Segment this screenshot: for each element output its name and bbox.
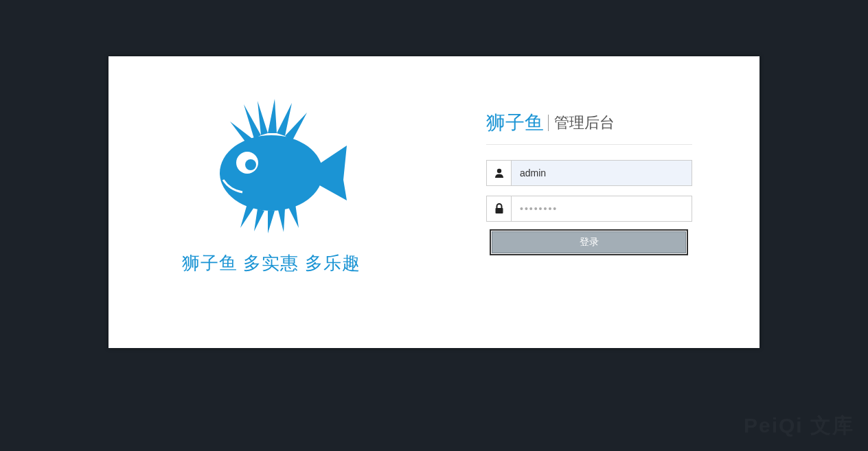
svg-marker-8 [240, 204, 254, 228]
svg-marker-3 [277, 103, 292, 136]
lock-icon [487, 196, 512, 221]
branding-pane: 狮子鱼 多实惠 多乐趣 [108, 56, 434, 348]
svg-point-15 [245, 159, 256, 170]
brand-name: 狮子鱼 [486, 110, 544, 136]
svg-marker-7 [316, 146, 347, 200]
form-heading: 狮子鱼 管理后台 [486, 110, 692, 145]
login-form: 登录 [486, 160, 692, 253]
heading-divider [548, 115, 549, 131]
svg-marker-1 [258, 101, 268, 135]
svg-marker-9 [254, 209, 264, 231]
login-card: 狮子鱼 多实惠 多乐趣 狮子鱼 管理后台 [108, 56, 760, 348]
fish-logo [189, 97, 354, 238]
svg-marker-12 [288, 204, 299, 228]
username-input[interactable] [512, 161, 692, 185]
form-pane: 狮子鱼 管理后台 [445, 56, 740, 253]
svg-marker-2 [268, 99, 277, 133]
password-group [486, 196, 692, 222]
subtitle-text: 管理后台 [554, 113, 615, 133]
watermark-text: PeiQi 文库 [744, 412, 854, 440]
login-button[interactable]: 登录 [492, 231, 686, 253]
svg-marker-11 [278, 209, 285, 232]
svg-rect-17 [495, 208, 503, 213]
slogan-text: 狮子鱼 多实惠 多乐趣 [108, 251, 434, 275]
username-group [486, 160, 692, 186]
svg-point-16 [496, 169, 501, 173]
svg-point-6 [220, 135, 323, 211]
svg-marker-10 [268, 211, 275, 233]
user-icon [487, 161, 512, 185]
password-input[interactable] [512, 196, 692, 221]
